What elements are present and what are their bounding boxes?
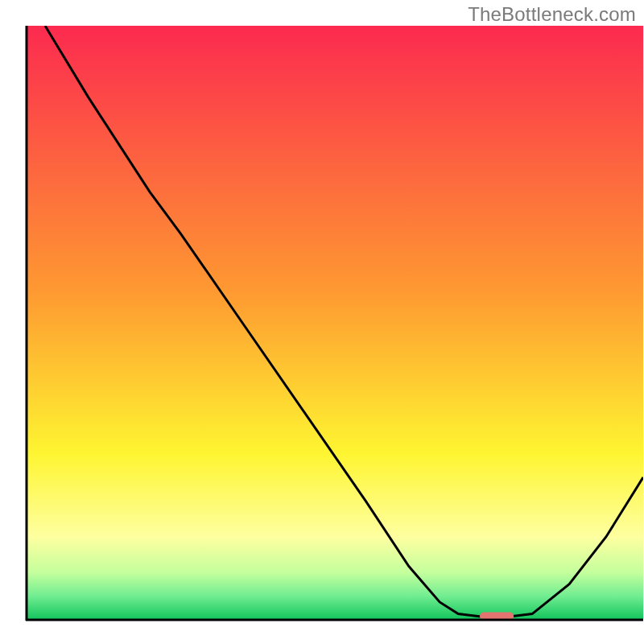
watermark-text: TheBottleneck.com bbox=[468, 3, 636, 26]
chart-background-gradient bbox=[27, 26, 643, 620]
bottleneck-chart bbox=[0, 0, 644, 644]
chart-container: TheBottleneck.com bbox=[0, 0, 644, 644]
